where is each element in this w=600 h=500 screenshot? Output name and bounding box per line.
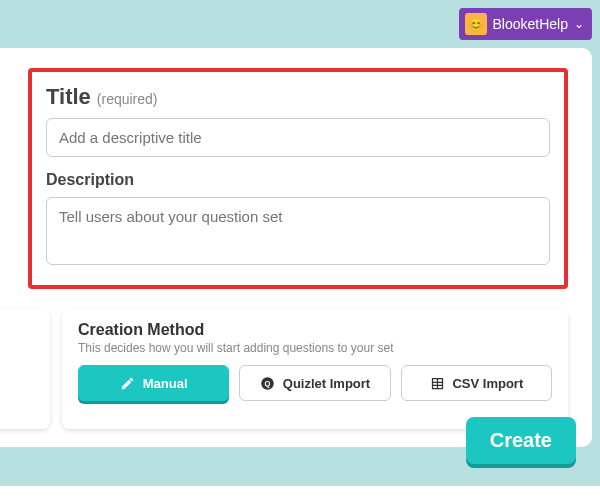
method-manual-label: Manual bbox=[143, 376, 188, 391]
description-input[interactable] bbox=[46, 197, 550, 265]
title-required-hint: (required) bbox=[97, 91, 158, 107]
creation-method-subheading: This decides how you will start adding q… bbox=[78, 341, 552, 355]
title-label-row: Title (required) bbox=[46, 84, 550, 110]
quizlet-icon: Q bbox=[260, 375, 276, 391]
svg-text:Q: Q bbox=[265, 379, 271, 388]
title-label: Title bbox=[46, 84, 91, 110]
user-name: BlooketHelp bbox=[493, 16, 569, 32]
creation-method-buttons: Manual Q Quizlet Import CSV Import bbox=[78, 365, 552, 401]
method-csv-button[interactable]: CSV Import bbox=[401, 365, 552, 401]
method-manual-button[interactable]: Manual bbox=[78, 365, 229, 401]
method-quizlet-button[interactable]: Q Quizlet Import bbox=[239, 365, 390, 401]
create-button[interactable]: Create bbox=[466, 417, 576, 464]
method-quizlet-label: Quizlet Import bbox=[283, 376, 370, 391]
method-csv-label: CSV Import bbox=[452, 376, 523, 391]
user-dropdown[interactable]: 😊 BlooketHelp ⌄ bbox=[459, 8, 593, 40]
set-creation-card: Title (required) Description Creation Me… bbox=[0, 48, 592, 447]
side-card-stub bbox=[0, 309, 50, 429]
title-description-section: Title (required) Description bbox=[28, 68, 568, 289]
description-label: Description bbox=[46, 171, 550, 189]
bottom-strip bbox=[0, 486, 600, 500]
edit-icon bbox=[120, 375, 136, 391]
creation-method-card: Creation Method This decides how you wil… bbox=[62, 309, 568, 429]
chevron-down-icon: ⌄ bbox=[574, 17, 584, 31]
avatar: 😊 bbox=[465, 13, 487, 35]
creation-method-heading: Creation Method bbox=[78, 321, 552, 339]
table-icon bbox=[429, 375, 445, 391]
title-input[interactable] bbox=[46, 118, 550, 157]
